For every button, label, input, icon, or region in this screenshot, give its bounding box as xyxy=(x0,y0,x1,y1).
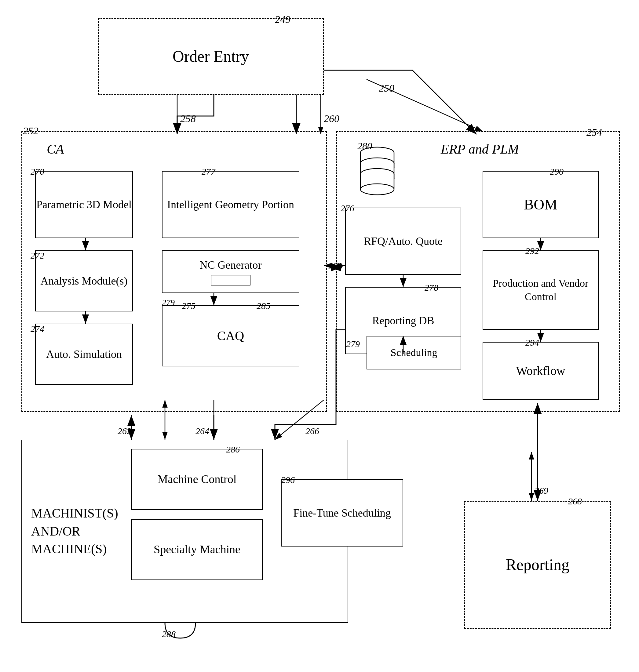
ref-252: 252 xyxy=(23,125,38,137)
ref-249: 249 xyxy=(275,14,291,25)
ref-286: 286 xyxy=(226,444,240,454)
ref-276: 276 xyxy=(341,203,354,213)
analysis-module-box: Analysis Module(s) xyxy=(35,250,133,311)
ref-262: 262 xyxy=(118,426,131,436)
nc-generator-label: NC Generator xyxy=(200,258,262,272)
ref-272: 272 xyxy=(31,250,44,261)
nc-generator-box: NC Generator xyxy=(162,250,299,293)
order-entry-inner: Order Entry xyxy=(99,19,323,94)
ref-260: 260 xyxy=(324,113,339,125)
machine-control-box: Machine Control xyxy=(131,449,263,510)
nc-inner-rect xyxy=(211,275,250,286)
ca-label: CA xyxy=(47,141,64,157)
auto-simulation-label: Auto. Simulation xyxy=(46,347,122,362)
ref-254: 254 xyxy=(587,127,602,138)
intelligent-geometry-box: Intelligent Geometry Portion xyxy=(162,171,299,238)
diagram-container: Order Entry 249 250 258 260 CA 252 ERP a… xyxy=(0,0,639,672)
reporting-db-label: Reporting DB xyxy=(372,314,434,328)
bom-box: BOM xyxy=(483,171,599,238)
auto-simulation-box: Auto. Simulation xyxy=(35,324,133,385)
ref-269: 269 xyxy=(534,485,548,496)
scheduling-label: Scheduling xyxy=(391,346,437,359)
analysis-module-label: Analysis Module(s) xyxy=(41,274,128,288)
specialty-machine-box: Specialty Machine xyxy=(131,519,263,580)
ref-296: 296 xyxy=(281,475,295,485)
ref-285: 285 xyxy=(256,301,270,311)
fine-tune-box: Fine-Tune Scheduling xyxy=(281,479,403,546)
scheduling-box: Scheduling xyxy=(367,336,461,369)
ref-290: 290 xyxy=(550,166,564,177)
ref-268: 268 xyxy=(568,496,582,507)
machinist-label: MACHINIST(S)AND/ORMACHINE(S) xyxy=(31,505,129,558)
ref-279b: 279 xyxy=(346,339,360,349)
specialty-machine-label: Specialty Machine xyxy=(154,542,240,557)
ref-280: 280 xyxy=(357,141,372,152)
production-vendor-label: Production and Vendor Control xyxy=(483,277,598,303)
intelligent-geometry-label: Intelligent Geometry Portion xyxy=(167,197,294,212)
ref-292: 292 xyxy=(525,246,539,256)
database-icon xyxy=(357,144,397,205)
ref-250: 250 xyxy=(379,82,394,94)
parametric-3d-label: Parametric 3D Model xyxy=(36,197,131,212)
caq-box: CAQ xyxy=(162,305,299,366)
bom-label: BOM xyxy=(524,195,557,214)
rfq-quote-box: RFQ/Auto. Quote xyxy=(345,208,461,275)
ref-277: 277 xyxy=(202,166,215,177)
reporting-box: Reporting xyxy=(464,501,611,629)
workflow-label: Workflow xyxy=(516,363,565,379)
workflow-box: Workflow xyxy=(483,342,599,400)
ref-275: 275 xyxy=(182,301,196,311)
reporting-label: Reporting xyxy=(506,555,570,575)
ref-274: 274 xyxy=(31,324,44,334)
ref-278: 278 xyxy=(424,283,438,293)
svg-point-25 xyxy=(360,184,394,195)
ref-294: 294 xyxy=(525,337,539,348)
machine-control-label: Machine Control xyxy=(158,472,237,487)
ref-288: 288 xyxy=(162,629,176,639)
ref-270: 270 xyxy=(31,166,44,177)
erp-label: ERP and PLM xyxy=(441,141,519,157)
production-vendor-box: Production and Vendor Control xyxy=(483,250,599,330)
parametric-3d-box: Parametric 3D Model xyxy=(35,171,133,238)
order-entry-label: Order Entry xyxy=(173,46,249,67)
order-entry-box: Order Entry xyxy=(98,18,324,95)
ref-258: 258 xyxy=(180,113,196,125)
ref-266: 266 xyxy=(306,426,319,436)
ref-264: 264 xyxy=(196,426,209,436)
ref-256: 256 xyxy=(328,261,342,271)
fine-tune-label: Fine-Tune Scheduling xyxy=(293,506,391,520)
caq-label: CAQ xyxy=(217,327,244,345)
rfq-quote-label: RFQ/Auto. Quote xyxy=(364,234,442,249)
